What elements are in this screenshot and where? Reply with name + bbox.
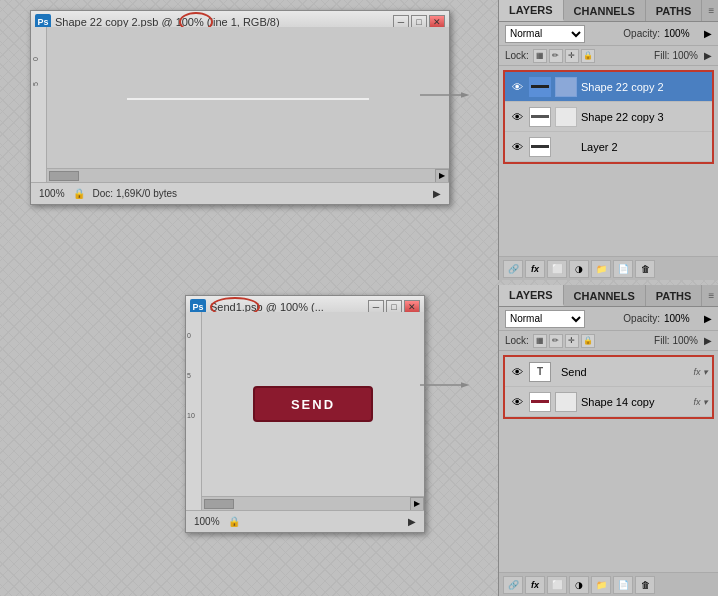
canvas-window-bottom: Ps Send1.psb @ 100% (... ─ □ ✕ 0 50 100 …: [185, 295, 425, 533]
layer-row-shape14copy[interactable]: 👁 Shape 14 copy fx ▾: [505, 387, 712, 417]
link-icon-top[interactable]: 🔗: [503, 260, 523, 278]
adjustment-icon-top[interactable]: ◑: [569, 260, 589, 278]
layer-visibility-eye-1[interactable]: 👁: [509, 109, 525, 125]
layer-thumb-shape14: [529, 392, 551, 412]
link-icon-bottom[interactable]: 🔗: [503, 576, 523, 594]
layer-mask-shape14: [555, 392, 577, 412]
blend-mode-select-bottom[interactable]: Normal: [505, 310, 585, 328]
lock-transparency-icon[interactable]: ▦: [533, 49, 547, 63]
blend-opacity-row-top: Normal Opacity: 100% ▶: [499, 22, 718, 46]
layer-visibility-eye-0[interactable]: 👁: [509, 79, 525, 95]
fx-badge-shape14: fx ▾: [693, 397, 708, 407]
status-bar-bottom: 100% 🔒 ▶: [186, 510, 424, 532]
lock-all-icon[interactable]: 🔒: [581, 49, 595, 63]
canvas-title-top: Shape 22 copy 2.psb @ 100% (line 1, RGB/…: [55, 16, 389, 28]
layer-thumb-1: [529, 107, 551, 127]
lock-row-bottom: Lock: ▦ ✏ ✛ 🔒 Fill: 100% ▶: [499, 331, 718, 351]
layers-list-bottom: 👁 T Send fx ▾ 👁 Shape 14 copy fx ▾: [503, 355, 714, 419]
panel-tabs-bottom: LAYERS CHANNELS PATHS ≡: [499, 285, 718, 307]
zoom-level-bottom: 100%: [194, 516, 220, 527]
scrollbar-thumb-h-top[interactable]: [49, 171, 79, 181]
layer-name-0: Shape 22 copy 2: [581, 81, 708, 93]
opacity-label-bottom: Opacity:: [623, 313, 660, 324]
lock-all-icon-b[interactable]: 🔒: [581, 334, 595, 348]
layer-name-shape14: Shape 14 copy: [581, 396, 689, 408]
layer-row-shape22copy2[interactable]: 👁 Shape 22 copy 2: [505, 72, 712, 102]
layer-thumb-0: [529, 77, 551, 97]
lock-icons-bottom: ▦ ✏ ✛ 🔒: [533, 334, 595, 348]
group-icon-top[interactable]: 📁: [591, 260, 611, 278]
lock-row-top: Lock: ▦ ✏ ✛ 🔒 Fill: 100% ▶: [499, 46, 718, 66]
adjustment-icon-bottom[interactable]: ◑: [569, 576, 589, 594]
layer-row-layer2[interactable]: 👁 Layer 2: [505, 132, 712, 162]
lock-label-bottom: Lock:: [505, 335, 529, 346]
panel-toolbar-bottom: 🔗 fx ⬜ ◑ 📁 📄 🗑: [499, 572, 718, 596]
layer-thumb-send: T: [529, 362, 551, 382]
lock-transparency-icon-b[interactable]: ▦: [533, 334, 547, 348]
status-bar-top: 100% 🔒 Doc: 1,69K/0 bytes ▶: [31, 182, 449, 204]
tab-paths-bottom[interactable]: PATHS: [646, 285, 703, 306]
lock-paint-icon[interactable]: ✏: [549, 49, 563, 63]
layers-panel-bottom: LAYERS CHANNELS PATHS ≡ Normal Opacity: …: [498, 285, 718, 596]
tab-channels-top[interactable]: CHANNELS: [564, 0, 646, 21]
scrollbar-h-bottom[interactable]: ▶: [202, 496, 424, 510]
layer-name-2: Layer 2: [581, 141, 708, 153]
layer-thumb-2: [529, 137, 551, 157]
mask-icon-top[interactable]: ⬜: [547, 260, 567, 278]
panel-menu-bottom[interactable]: ≡: [702, 285, 718, 306]
layer-mask-thumb-1: [555, 107, 577, 127]
fx-badge-send: fx ▾: [693, 367, 708, 377]
delete-layer-icon-bottom[interactable]: 🗑: [635, 576, 655, 594]
blend-mode-select-top[interactable]: Normal: [505, 25, 585, 43]
layer-mask-thumb-0: [555, 77, 577, 97]
fill-label-top: Fill: 100%: [654, 50, 698, 61]
scroll-arrow-right-top[interactable]: ▶: [435, 169, 449, 183]
opacity-value-top: 100%: [664, 28, 700, 39]
group-icon-bottom[interactable]: 📁: [591, 576, 611, 594]
new-layer-icon-top[interactable]: 📄: [613, 260, 633, 278]
layer-name-send: Send: [561, 366, 689, 378]
layers-list-top: 👁 Shape 22 copy 2 👁 Shape 22 copy 3 👁 La…: [503, 70, 714, 164]
tab-paths-top[interactable]: PATHS: [646, 0, 703, 21]
fill-chevron-top[interactable]: ▶: [704, 50, 712, 61]
tab-layers-bottom[interactable]: LAYERS: [499, 285, 564, 306]
send-button-canvas: SEND: [253, 386, 373, 422]
scroll-arrow-right-bottom[interactable]: ▶: [410, 497, 424, 511]
ruler-top-v: 0 5: [31, 27, 47, 204]
tab-layers-top[interactable]: LAYERS: [499, 0, 564, 21]
lock-paint-icon-b[interactable]: ✏: [549, 334, 563, 348]
layer-row-shape22copy3[interactable]: 👁 Shape 22 copy 3: [505, 102, 712, 132]
panel-toolbar-top: 🔗 fx ⬜ ◑ 📁 📄 🗑: [499, 256, 718, 280]
lock-move-icon[interactable]: ✛: [565, 49, 579, 63]
fill-chevron-bottom[interactable]: ▶: [704, 335, 712, 346]
fx-icon-bottom[interactable]: fx: [525, 576, 545, 594]
fx-icon-top[interactable]: fx: [525, 260, 545, 278]
layers-panel-top: LAYERS CHANNELS PATHS ≡ Normal Opacity: …: [498, 0, 718, 280]
opacity-label-top: Opacity:: [623, 28, 660, 39]
arrow-connector-bottom: [420, 378, 470, 392]
panel-menu-top[interactable]: ≡: [702, 0, 718, 21]
mask-icon-bottom[interactable]: ⬜: [547, 576, 567, 594]
zoom-level-top: 100%: [39, 188, 65, 199]
layer-visibility-eye-2[interactable]: 👁: [509, 139, 525, 155]
opacity-value-bottom: 100%: [664, 313, 700, 324]
canvas-title-bottom: Send1.psb @ 100% (...: [210, 301, 364, 313]
scrollbar-thumb-h-bottom[interactable]: [204, 499, 234, 509]
lock-label-top: Lock:: [505, 50, 529, 61]
new-layer-icon-bottom[interactable]: 📄: [613, 576, 633, 594]
opacity-chevron-bottom[interactable]: ▶: [704, 313, 712, 324]
canvas-window-top: Ps Shape 22 copy 2.psb @ 100% (line 1, R…: [30, 10, 450, 205]
layer-visibility-eye-shape14[interactable]: 👁: [509, 394, 525, 410]
lock-move-icon-b[interactable]: ✛: [565, 334, 579, 348]
tab-channels-bottom[interactable]: CHANNELS: [564, 285, 646, 306]
canvas-content-top: ▶: [47, 27, 449, 182]
scrollbar-h-top[interactable]: ▶: [47, 168, 449, 182]
lock-icons-top: ▦ ✏ ✛ 🔒: [533, 49, 595, 63]
delete-layer-icon-top[interactable]: 🗑: [635, 260, 655, 278]
layer-row-send[interactable]: 👁 T Send fx ▾: [505, 357, 712, 387]
layer-name-1: Shape 22 copy 3: [581, 111, 708, 123]
opacity-chevron-top[interactable]: ▶: [704, 28, 712, 39]
panel-tabs-top: LAYERS CHANNELS PATHS ≡: [499, 0, 718, 22]
fill-label-bottom: Fill: 100%: [654, 335, 698, 346]
layer-visibility-eye-send[interactable]: 👁: [509, 364, 525, 380]
